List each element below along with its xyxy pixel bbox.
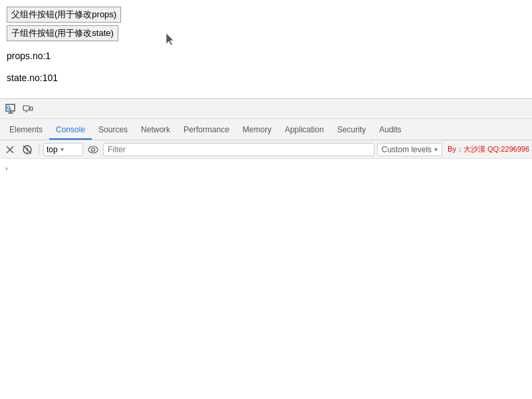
custom-levels-label: Custom levels	[382, 145, 432, 154]
custom-levels-arrow: ▾	[434, 146, 438, 153]
svg-line-5	[10, 108, 12, 110]
svg-point-4	[7, 106, 10, 109]
svg-rect-6	[23, 106, 29, 110]
svg-rect-7	[30, 107, 33, 110]
toolbar-divider	[39, 144, 39, 155]
context-arrow: ▾	[61, 146, 64, 153]
svg-marker-0	[166, 33, 174, 45]
parent-button[interactable]: 父组件按钮(用于修改props)	[7, 7, 121, 23]
prop-display: props.no:1 state.no:101	[7, 48, 525, 86]
state-value: state.no:101	[7, 70, 525, 86]
page-content: 父组件按钮(用于修改props) 子组件按钮(用于修改state) props.…	[0, 0, 532, 98]
custom-levels-selector[interactable]: Custom levels ▾	[377, 143, 442, 156]
props-value: props.no:1	[7, 48, 525, 65]
console-expand-arrow[interactable]: ›	[5, 164, 8, 172]
filter-input[interactable]	[103, 143, 374, 156]
tab-elements[interactable]: Elements	[3, 121, 49, 140]
child-button[interactable]: 子组件按钮(用于修改state)	[7, 25, 118, 41]
inspect-element-icon[interactable]	[3, 101, 19, 117]
by-label: By：大沙漠 QQ:2296996	[448, 144, 529, 154]
console-toolbar: top ▾ Custom levels ▾ By：大沙漠 QQ:2296996	[0, 140, 532, 159]
stop-on-exceptions-icon[interactable]	[20, 142, 35, 157]
tab-memory[interactable]: Memory	[236, 121, 278, 140]
devtools-topbar	[0, 99, 532, 119]
console-output[interactable]: ›	[0, 159, 532, 399]
live-expression-icon[interactable]	[86, 142, 100, 157]
tab-application[interactable]: Application	[278, 121, 331, 140]
svg-point-16	[92, 148, 95, 151]
svg-point-15	[88, 146, 98, 153]
context-value: top	[47, 145, 58, 154]
tab-sources[interactable]: Sources	[92, 121, 134, 140]
tab-security[interactable]: Security	[331, 121, 372, 140]
tab-console[interactable]: Console	[49, 121, 92, 140]
tab-performance[interactable]: Performance	[177, 121, 236, 140]
device-toolbar-icon[interactable]	[20, 101, 36, 117]
tab-network[interactable]: Network	[134, 121, 177, 140]
devtools-tabs: Elements Console Sources Network Perform…	[0, 119, 532, 140]
console-row[interactable]: ›	[0, 162, 532, 175]
clear-console-icon[interactable]	[3, 142, 17, 157]
cursor-indicator	[166, 33, 174, 45]
devtools-panel: Elements Console Sources Network Perform…	[0, 98, 532, 399]
context-selector[interactable]: top ▾	[43, 143, 83, 156]
tab-audits[interactable]: Audits	[372, 121, 408, 140]
